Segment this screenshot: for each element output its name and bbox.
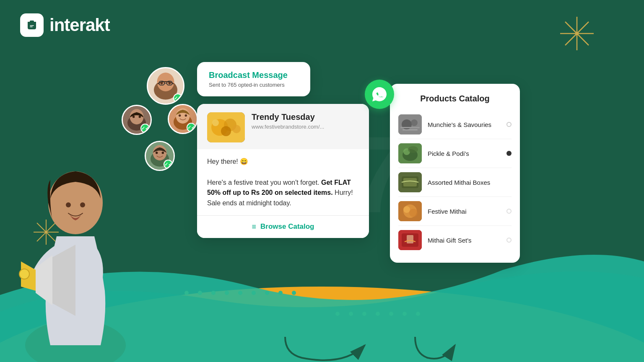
svg-point-49 (411, 119, 418, 126)
dot-4 (225, 291, 229, 295)
catalog-item-name-3: Assorted Mithai Boxes (428, 179, 501, 186)
check-badge-2: ✓✓ (140, 124, 150, 133)
browse-label: Browse Catalog (260, 222, 314, 231)
svg-point-55 (408, 146, 418, 153)
avatar-1: ✓✓ (147, 67, 184, 105)
svg-point-62 (409, 209, 418, 217)
dot-r2-4 (376, 312, 380, 316)
logo: interakt (20, 13, 110, 37)
check-badge-3: ✓✓ (187, 123, 196, 132)
dot-r2-1 (335, 312, 340, 316)
broadcast-subtitle: Sent to 765 opted-in customers (209, 82, 299, 88)
catalog-dot-4 (506, 209, 512, 214)
message-title: Trendy Tuesday (252, 112, 324, 122)
svg-point-16 (80, 202, 85, 207)
dot-r2-6 (402, 312, 407, 316)
svg-point-61 (403, 206, 410, 213)
dot-7 (265, 291, 269, 295)
catalog-dot-5 (506, 238, 512, 243)
catalog-thumb-5 (398, 230, 422, 250)
logo-icon (20, 13, 44, 37)
catalog-item-name-2: Pickle & Podi's (428, 150, 501, 157)
svg-point-44 (221, 126, 231, 136)
dots-row-1 (184, 291, 296, 295)
svg-rect-50 (400, 127, 420, 128)
person-area (0, 102, 143, 362)
message-body: Hey there! 😄 Here's a festive treat you … (197, 149, 369, 215)
dot-3 (211, 291, 216, 295)
message-thumbnail (207, 112, 245, 142)
avatar-2: ✓✓ (122, 105, 152, 135)
svg-point-34 (179, 114, 181, 117)
dot-r2-2 (349, 312, 353, 316)
avatar-3: ✓✓ (168, 104, 198, 134)
catalog-item-name-5: Mithai Gift Set's (428, 237, 501, 244)
message-url: www.festivebrandstore.com/... (252, 124, 324, 130)
catalog-thumb-3 (398, 172, 422, 192)
svg-rect-58 (403, 178, 417, 186)
catalog-item-name-4: Festive Mithai (428, 208, 501, 215)
dots-row-2 (335, 312, 420, 316)
dot-r2-3 (362, 312, 366, 316)
svg-point-39 (156, 152, 158, 154)
dot-6 (252, 291, 256, 295)
catalog-item-3: Assorted Mithai Boxes (398, 168, 512, 197)
svg-point-17 (19, 269, 29, 279)
svg-point-45 (212, 119, 219, 126)
svg-point-24 (161, 82, 163, 85)
catalog-thumb-2 (398, 143, 422, 163)
catalog-item-name-1: Munchie's & Savouries (428, 121, 501, 128)
dot-1 (184, 291, 189, 295)
svg-point-40 (162, 152, 164, 154)
catalog-item-1: Munchie's & Savouries (398, 110, 512, 139)
dot-2 (198, 291, 202, 295)
logo-text: interakt (49, 15, 110, 35)
message-highlight: Get FLAT 50% off up to Rs 200 on selecte… (207, 179, 351, 197)
svg-point-35 (185, 114, 187, 117)
broadcast-title: Broadcast Message (209, 70, 299, 80)
svg-point-25 (169, 82, 171, 85)
dot-r2-7 (416, 312, 420, 316)
catalog-card: Products Catalog Munchie's & Savouries P… (390, 84, 520, 263)
catalog-dot-1 (506, 122, 512, 127)
svg-point-30 (139, 116, 141, 118)
svg-point-15 (66, 202, 71, 207)
broadcast-card: Broadcast Message Sent to 765 opted-in c… (197, 62, 310, 96)
catalog-item-2: Pickle & Podi's (398, 139, 512, 168)
person-silhouette (0, 102, 143, 362)
dot-r2-5 (389, 312, 393, 316)
check-badge-1: ✓✓ (173, 93, 182, 103)
svg-rect-65 (407, 235, 413, 243)
dot-5 (238, 291, 242, 295)
catalog-dot-2 (506, 151, 512, 156)
catalog-thumb-1 (398, 114, 422, 134)
svg-rect-51 (402, 129, 418, 130)
browse-catalog-button[interactable]: ≡ Browse Catalog (197, 215, 369, 238)
star-decoration-top-right (560, 17, 594, 50)
check-badge-4: ✓✓ (164, 160, 173, 169)
catalog-item-5: Mithai Gift Set's (398, 226, 512, 254)
svg-point-5 (575, 32, 579, 35)
catalog-item-4: Festive Mithai (398, 197, 512, 226)
svg-point-28 (130, 109, 144, 124)
dot-8 (278, 291, 283, 295)
svg-point-46 (232, 125, 241, 133)
svg-point-29 (132, 116, 135, 118)
browse-icon: ≡ (252, 222, 257, 231)
catalog-thumb-4 (398, 201, 422, 221)
whatsapp-icon (365, 80, 394, 109)
svg-rect-12 (30, 21, 34, 23)
message-header: Trendy Tuesday www.festivebrandstore.com… (197, 104, 369, 149)
catalog-dot-3 (506, 180, 512, 185)
message-body-text: Here's a festive treat you won't forget.… (207, 179, 353, 207)
dot-9 (292, 291, 296, 295)
message-greeting: Hey there! 😄 (207, 158, 248, 165)
message-card: Trendy Tuesday www.festivebrandstore.com… (197, 104, 369, 238)
avatar-4: ✓✓ (145, 141, 175, 171)
catalog-title: Products Catalog (398, 94, 512, 103)
